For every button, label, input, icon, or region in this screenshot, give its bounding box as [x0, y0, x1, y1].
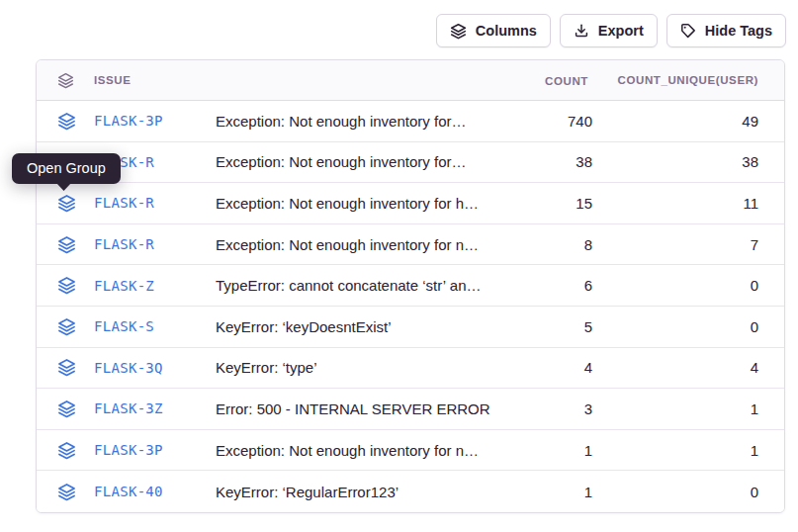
issue-count: 4	[513, 359, 592, 376]
issue-count-unique: 7	[592, 236, 784, 253]
issue-id-link[interactable]: FLASK-Z	[80, 278, 216, 294]
open-group-cell	[37, 112, 80, 131]
table-row: FLASK-R Exception: Not enough inventory …	[37, 224, 784, 266]
issue-count-unique: 11	[592, 195, 784, 212]
issue-id-link[interactable]: FLASK-R	[80, 195, 216, 211]
issue-title: Exception: Not enough inventory for n…	[216, 236, 513, 253]
issue-count-unique: 0	[592, 318, 784, 335]
issue-title: KeyError: ‘RegularError123’	[216, 484, 513, 500]
issue-title: KeyError: ‘type’	[216, 359, 513, 376]
open-group-cell	[37, 441, 80, 460]
issue-count-unique: 1	[592, 400, 784, 417]
export-button[interactable]: Export	[560, 14, 658, 47]
issue-count: 740	[513, 113, 592, 130]
issue-count: 8	[513, 236, 592, 253]
table-row: FLASK-3P Exception: Not enough inventory…	[37, 430, 784, 472]
open-group-stack-icon[interactable]	[57, 483, 76, 501]
open-group-cell	[37, 276, 80, 295]
open-group-stack-icon[interactable]	[57, 399, 76, 418]
issue-count-unique: 0	[592, 484, 784, 500]
table-row: FLASK-Z TypeError: cannot concatenate ‘s…	[37, 265, 784, 307]
issue-count-unique: 4	[592, 359, 784, 376]
header-issue-cell[interactable]	[37, 72, 80, 89]
issue-title: TypeError: cannot concatenate ‘str’ an…	[216, 277, 513, 294]
issue-count-unique: 49	[592, 113, 784, 130]
table-row: FLASK-3Q KeyError: ‘type’ 4 4	[37, 348, 784, 390]
issue-count: 38	[513, 153, 592, 170]
open-group-stack-icon[interactable]	[57, 112, 76, 131]
header-count-label: COUNT	[545, 75, 588, 87]
table-row: FLASK-3Z Error: 500 - INTERNAL SERVER ER…	[37, 389, 784, 430]
table-body: FLASK-3P Exception: Not enough inventory…	[37, 101, 784, 512]
issue-id-link[interactable]: FLASK-3Q	[80, 360, 216, 376]
hide-tags-button-label: Hide Tags	[705, 23, 772, 39]
open-group-stack-icon[interactable]	[57, 317, 76, 336]
open-group-cell	[37, 358, 80, 377]
open-group-tooltip-label: Open Group	[27, 160, 106, 176]
issue-title: Exception: Not enough inventory for…	[216, 153, 513, 170]
open-group-stack-icon[interactable]	[57, 276, 76, 295]
table-row: FLASK-R Exception: Not enough inventory …	[37, 183, 784, 224]
issue-title: Exception: Not enough inventory for h…	[216, 195, 513, 212]
issue-id-link[interactable]: FLASK-R	[80, 236, 216, 252]
open-group-stack-icon[interactable]	[57, 358, 76, 377]
issue-title: Error: 500 - INTERNAL SERVER ERROR	[216, 400, 513, 417]
issue-count: 1	[513, 484, 592, 500]
table-row: FLASK-R Exception: Not enough inventory …	[37, 142, 784, 184]
header-count[interactable]: COUNT↓	[513, 73, 592, 88]
header-issue-label[interactable]: ISSUE	[80, 74, 216, 86]
issue-count: 6	[513, 277, 592, 294]
download-icon	[574, 23, 589, 39]
open-group-cell	[37, 483, 80, 501]
issue-count: 3	[513, 400, 592, 417]
table-header-row: ISSUE COUNT↓ COUNT_UNIQUE(USER)	[37, 60, 784, 101]
issue-count-unique: 1	[592, 442, 784, 459]
open-group-stack-icon[interactable]	[57, 441, 76, 460]
issue-title: Exception: Not enough inventory for…	[216, 113, 513, 130]
export-button-label: Export	[598, 23, 644, 39]
issue-id-link[interactable]: FLASK-S	[80, 318, 216, 334]
issue-count: 15	[513, 195, 592, 212]
table-row: FLASK-40 KeyError: ‘RegularError123’ 1 0	[37, 471, 784, 512]
issue-id-link[interactable]: FLASK-40	[80, 484, 216, 499]
open-group-cell	[37, 317, 80, 336]
issue-count: 1	[513, 442, 592, 459]
table-row: FLASK-S KeyError: ‘keyDoesntExist’ 5 0	[37, 307, 784, 348]
open-group-stack-icon[interactable]	[57, 235, 76, 254]
hide-tags-button[interactable]: Hide Tags	[666, 14, 786, 47]
issue-title: Exception: Not enough inventory for n…	[216, 442, 513, 459]
tag-icon	[680, 23, 696, 39]
open-group-tooltip: Open Group	[12, 153, 121, 184]
results-table: ISSUE COUNT↓ COUNT_UNIQUE(USER) FLASK-3P…	[36, 59, 785, 513]
issue-count: 5	[513, 318, 592, 335]
columns-button[interactable]: Columns	[436, 14, 551, 47]
open-group-cell	[37, 235, 80, 254]
open-group-cell	[37, 194, 80, 213]
issue-count-unique: 0	[592, 277, 784, 294]
table-row: FLASK-3P Exception: Not enough inventory…	[37, 101, 784, 142]
header-count-unique[interactable]: COUNT_UNIQUE(USER)	[592, 74, 784, 86]
issue-title: KeyError: ‘keyDoesntExist’	[216, 318, 513, 335]
issue-id-link[interactable]: FLASK-3Z	[80, 400, 216, 416]
issue-id-link[interactable]: FLASK-3P	[80, 113, 216, 129]
issue-count-unique: 38	[592, 153, 784, 170]
open-group-stack-icon[interactable]	[57, 194, 76, 213]
issue-id-link[interactable]: FLASK-3P	[80, 442, 216, 458]
toolbar: Columns Export Hide Tags	[436, 14, 786, 47]
stack-icon	[57, 72, 74, 89]
stack-icon	[450, 23, 467, 40]
open-group-cell	[37, 399, 80, 418]
columns-button-label: Columns	[476, 23, 537, 39]
